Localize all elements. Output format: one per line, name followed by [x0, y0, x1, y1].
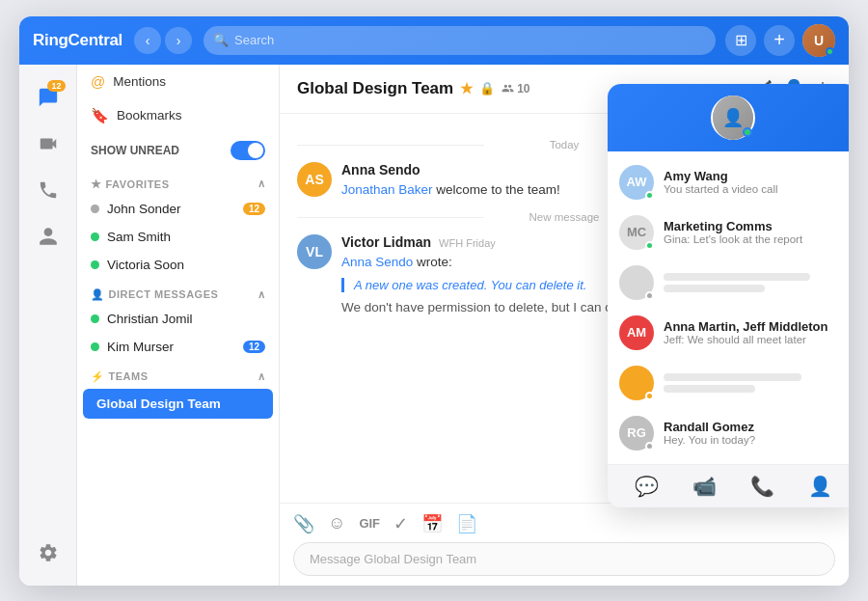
placeholder-line — [664, 285, 765, 292]
popup-phone-btn[interactable]: 📞 — [750, 475, 774, 498]
back-button[interactable]: ‹ — [134, 27, 161, 54]
favorites-chevron[interactable]: ∧ — [258, 178, 266, 190]
calendar-icon[interactable]: 📅 — [421, 513, 443, 534]
popup-chat-btn[interactable]: 💬 — [635, 475, 659, 498]
nav-messages[interactable]: 12 — [29, 78, 68, 117]
app-logo: RingCentral — [33, 31, 122, 50]
chat-title: Global Design Team ★ 🔒 10 — [297, 79, 530, 98]
user-name: Victoria Soon — [107, 258, 184, 272]
popup-item-sub: Gina: Let's look at the report — [664, 233, 802, 245]
nav-phone[interactable] — [29, 171, 68, 209]
message-text: Anna Sendo wrote: — [341, 253, 642, 272]
checkmark-icon[interactable]: ✓ — [393, 513, 408, 534]
status-dot — [645, 241, 654, 250]
message-time: WFH Friday — [439, 237, 496, 249]
user-status-dot — [91, 260, 99, 269]
message-header: Anna Sendo — [341, 162, 560, 178]
gif-icon[interactable]: GIF — [359, 516, 380, 531]
popup-list: AW Amy Wang You started a video call MC — [608, 151, 849, 464]
nav-bottom — [29, 530, 68, 576]
teams-label: ⚡TEAMS — [91, 370, 149, 383]
forward-button[interactable]: › — [165, 27, 192, 54]
bookmarks-icon: 🔖 — [91, 107, 109, 124]
popup-item-avatar — [619, 265, 654, 300]
lock-icon: 🔒 — [479, 81, 495, 96]
search-bar[interactable]: 🔍 Search — [203, 26, 716, 55]
bookmarks-label: Bookmarks — [117, 108, 182, 123]
grid-button[interactable]: ⊞ — [725, 25, 756, 56]
search-icon: 🔍 — [213, 33, 229, 47]
nav-settings[interactable] — [29, 533, 68, 572]
message-avatar: AS — [297, 162, 332, 197]
message-link[interactable]: Anna Sendo — [341, 255, 413, 269]
popup-profile-btn[interactable]: 👤 — [808, 475, 832, 498]
message-link[interactable]: Jonathan Baker — [341, 182, 433, 197]
attach-icon[interactable]: 📎 — [293, 513, 314, 534]
member-count: 10 — [502, 82, 529, 96]
nav-contacts[interactable] — [29, 217, 68, 256]
popup-item-info: Anna Martin, Jeff Middleton Jeff: We sho… — [664, 319, 827, 345]
sidebar-user-sam-smith[interactable]: Sam Smith — [77, 223, 279, 251]
popup-item[interactable]: RG Randall Gomez Hey. You in today? — [608, 408, 849, 458]
user-name: Sam Smith — [107, 230, 171, 244]
message-body: Victor Lidman WFH Friday Anna Sendo wrot… — [341, 234, 642, 318]
direct-messages-header: 👤DIRECT MESSAGES ∧ — [77, 279, 279, 305]
user-status-dot — [91, 232, 99, 241]
star-icon[interactable]: ★ — [460, 80, 473, 97]
direct-messages-chevron[interactable]: ∧ — [258, 288, 266, 301]
popup-item-sub: Jeff: We should all meet later — [664, 334, 827, 345]
popup-card: 👤 AW Amy Wang You started — [608, 84, 849, 507]
placeholder-line — [664, 373, 801, 381]
show-unread-toggle[interactable] — [231, 141, 265, 160]
emoji-icon[interactable]: ☺ — [328, 513, 345, 533]
favorites-header: ★FAVORITES ∧ — [77, 168, 279, 195]
chat-toolbar: 📎 ☺ GIF ✓ 📅 📄 — [293, 513, 835, 534]
status-dot — [645, 291, 654, 300]
popup-item[interactable]: MC Marketing Comms Gina: Let's look at t… — [608, 207, 849, 258]
popup-item-avatar: RG — [619, 416, 654, 451]
quote-block: A new one was created. You can delete it… — [341, 278, 642, 292]
unread-badge: 12 — [243, 341, 265, 353]
user-status-dot — [91, 314, 99, 323]
message-body: Anna Sendo Jonathan Baker welcome to the… — [341, 162, 560, 200]
popup-user-avatar: 👤 — [711, 96, 755, 140]
user-avatar[interactable]: U — [802, 24, 835, 57]
popup-item-name: Marketing Comms — [664, 219, 802, 233]
chat-input[interactable]: Message Global Design Team — [293, 542, 835, 576]
channel-name: Global Design Team — [297, 79, 453, 98]
messages-badge: 12 — [47, 80, 65, 92]
popup-item-lines — [664, 373, 847, 393]
popup-video-btn[interactable]: 📹 — [692, 475, 717, 498]
message-text: Jonathan Baker welcome to the team! — [341, 180, 560, 200]
sidebar-item-mentions[interactable]: @ Mentions — [77, 65, 279, 98]
message-text-after-quote: We don't have permission to delete, but … — [341, 298, 642, 317]
popup-item[interactable] — [608, 258, 849, 308]
teams-chevron[interactable]: ∧ — [258, 370, 266, 383]
popup-item-name: Randall Gomez — [664, 420, 755, 434]
popup-item[interactable] — [608, 358, 849, 408]
favorites-label: ★FAVORITES — [91, 178, 170, 191]
add-button[interactable]: + — [764, 25, 795, 56]
sidebar-user-kim-murser[interactable]: Kim Murser 12 — [77, 333, 279, 361]
sidebar-user-john-sonder[interactable]: John Sonder 12 — [77, 195, 279, 223]
document-icon[interactable]: 📄 — [456, 513, 477, 534]
popup-item-avatar: AM — [619, 315, 654, 350]
sidebar-team-global-design[interactable]: Global Design Team — [83, 389, 273, 419]
popup-footer: 💬 📹 📞 👤 — [608, 464, 849, 507]
search-placeholder: Search — [234, 33, 274, 47]
team-name: Global Design Team — [96, 396, 221, 411]
popup-item[interactable]: AM Anna Martin, Jeff Middleton Jeff: We … — [608, 308, 849, 358]
sidebar-item-bookmarks[interactable]: 🔖 Bookmarks — [77, 98, 279, 133]
user-name: Kim Murser — [107, 340, 174, 354]
popup-item-info: Randall Gomez Hey. You in today? — [664, 420, 755, 446]
top-right: ⊞ + U — [725, 24, 835, 57]
popup-item[interactable]: AW Amy Wang You started a video call — [608, 157, 849, 207]
popup-item-info: Marketing Comms Gina: Let's look at the … — [664, 219, 802, 245]
teams-header: ⚡TEAMS ∧ — [77, 361, 279, 387]
sidebar-user-christian-jomil[interactable]: Christian Jomil — [77, 305, 279, 333]
popup-item-sub: Hey. You in today? — [664, 434, 755, 446]
sidebar-user-victoria-soon[interactable]: Victoria Soon — [77, 251, 279, 279]
show-unread-label: SHOW UNREAD — [91, 144, 179, 157]
popup-item-avatar: MC — [619, 215, 654, 250]
nav-video[interactable] — [29, 124, 68, 163]
